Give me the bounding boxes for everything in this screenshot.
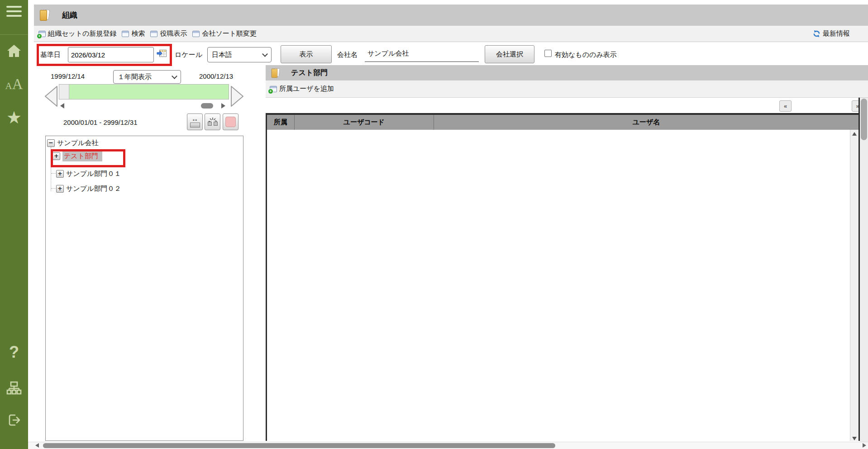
expand-expander-icon[interactable]: + (56, 185, 64, 193)
scroll-right-icon[interactable] (863, 443, 866, 448)
logout-icon[interactable] (0, 412, 28, 430)
period-color-button[interactable] (223, 113, 238, 130)
user-table-body-empty (267, 130, 850, 441)
horizontal-scrollbar[interactable] (28, 442, 868, 449)
page-title: 組織 (62, 10, 77, 20)
collapse-expander-icon[interactable]: − (47, 139, 55, 147)
expand-expander-icon[interactable]: + (56, 170, 64, 178)
timeline-next-arrow[interactable] (230, 85, 245, 109)
selected-period-label: 2000/01/01 - 2999/12/31 (63, 118, 137, 126)
page-title-bar: 組織 (34, 5, 868, 26)
folder-icon (39, 9, 50, 21)
tree-node-label[interactable]: サンプル部門０２ (66, 184, 121, 193)
new-org-set-button[interactable]: 組織セットの新規登録 (38, 29, 116, 38)
locale-label: ロケール (175, 51, 202, 59)
refresh-button[interactable]: 最新情報 (813, 29, 850, 38)
timeline-track[interactable] (59, 84, 229, 99)
scroll-up-icon[interactable] (852, 132, 857, 136)
home-icon[interactable] (0, 43, 28, 61)
base-date-label: 基準日 (40, 51, 61, 59)
col-header-user-code: ユーザコード (295, 115, 434, 130)
show-button[interactable]: 表示 (281, 45, 332, 63)
detail-panel-title: テスト部門 (291, 68, 328, 78)
timeline-range-bar[interactable] (69, 85, 229, 99)
collapse-range-button[interactable] (205, 113, 220, 130)
resize-arrows-icon: ↔ (191, 116, 198, 122)
timeline-scroll-left-icon[interactable] (60, 103, 64, 109)
sidebar-divider (0, 34, 28, 35)
change-company-sort-button[interactable]: 会社ソート順変更 (192, 29, 257, 38)
menu-icon[interactable] (6, 6, 22, 19)
font-size-icon[interactable]: AA (0, 76, 28, 93)
company-name-label: 会社名 (337, 51, 358, 59)
timeline-offrange-segment (59, 85, 69, 99)
window-icon (192, 31, 200, 37)
valid-only-checkbox[interactable] (544, 50, 552, 57)
locale-select[interactable]: 日本語 (207, 47, 272, 62)
expand-expander-icon[interactable]: + (52, 152, 60, 160)
chevron-down-icon (262, 51, 268, 57)
tree-node-root[interactable]: − サンプル会社 (47, 139, 98, 147)
company-name-field: サンプル会社 (365, 45, 479, 62)
timeline-start-date: 1999/12/14 (51, 72, 85, 80)
window-icon (122, 31, 129, 37)
search-button[interactable]: 検索 (122, 29, 145, 38)
timeline-span-select[interactable]: １年間表示 (113, 70, 181, 84)
col-header-affiliation: 所属 (267, 115, 295, 130)
star-icon[interactable]: ★ (0, 109, 28, 127)
help-icon[interactable]: ? (0, 343, 28, 362)
valid-only-label: 有効なもののみ表示 (555, 51, 617, 59)
col-header-user-name: ユーザ名 (434, 115, 858, 130)
tree-connector (51, 173, 56, 174)
window-vertical-scrollbar[interactable] (860, 98, 868, 442)
detail-toolbar: 所属ユーザを追加 (266, 80, 868, 98)
timeline-prev-arrow[interactable] (43, 85, 58, 109)
company-select-button[interactable]: 会社選択 (485, 45, 534, 63)
tree-node-sample-dept-02[interactable]: + サンプル部門０２ (56, 184, 121, 193)
pink-swatch-icon (225, 117, 236, 127)
fit-width-button[interactable]: ↔ (187, 113, 203, 130)
top-toolbar: 組織セットの新規登録 検索 役職表示 会社ソート順変更 最新情報 (34, 26, 868, 42)
collapse-range-icon (207, 117, 218, 127)
tree-node-sample-dept-01[interactable]: + サンプル部門０１ (56, 170, 121, 178)
base-date-input[interactable] (68, 47, 154, 62)
horizontal-scroll-thumb[interactable] (43, 443, 555, 448)
show-positions-button[interactable]: 役職表示 (150, 29, 187, 38)
tree-connector (51, 147, 51, 191)
tree-connector (51, 188, 56, 189)
timeline-scroll-right-icon[interactable] (221, 103, 225, 109)
tree-node-label-selected[interactable]: テスト部門 (62, 151, 102, 161)
tree-node-test-dept[interactable]: + テスト部門 (52, 151, 102, 161)
table-vertical-scrollbar[interactable] (850, 130, 858, 441)
sidebar: AA ★ ? (0, 0, 28, 449)
tree-node-label[interactable]: サンプル会社 (57, 139, 98, 147)
tree-node-label[interactable]: サンプル部門０１ (66, 170, 121, 178)
org-tree-panel: − サンプル会社 + テスト部門 + サンプル部門０１ + サンプル部門０２ (45, 136, 243, 441)
timeline-end-date: 2000/12/13 (199, 72, 233, 80)
new-window-icon (270, 86, 277, 92)
app-root: AA ★ ? 組織 組織セットの新規登録 検索 役職表示 会社ソート順変更 (0, 0, 868, 449)
folder-icon (271, 68, 280, 78)
vertical-scroll-thumb[interactable] (861, 99, 867, 140)
add-member-user-button[interactable]: 所属ユーザを追加 (270, 85, 334, 93)
new-window-icon (38, 31, 46, 37)
date-picker-icon[interactable] (157, 49, 167, 60)
timeline-scroll-thumb[interactable] (201, 103, 213, 109)
chevron-down-icon (172, 73, 177, 79)
org-chart-icon[interactable] (0, 381, 28, 398)
detail-panel-header: テスト部門 (266, 65, 868, 80)
window-icon (150, 31, 157, 37)
scroll-down-icon[interactable] (852, 437, 857, 440)
refresh-icon (813, 30, 820, 38)
scroll-left-icon[interactable] (35, 443, 39, 448)
user-table-header: 所属 ユーザコード ユーザ名 (267, 115, 858, 130)
collapse-left-button[interactable]: « (779, 100, 792, 112)
